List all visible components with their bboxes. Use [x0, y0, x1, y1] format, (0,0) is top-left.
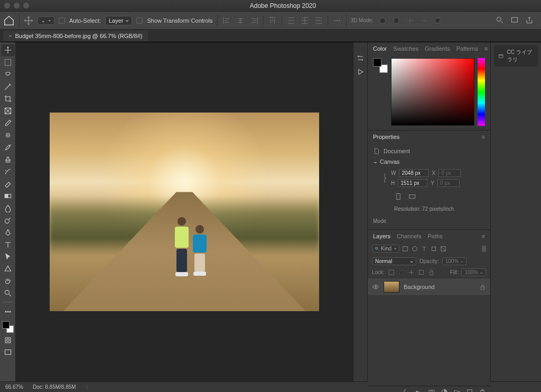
layer-name[interactable]: Background	[404, 284, 435, 290]
panel-menu-icon[interactable]: ≡	[484, 45, 488, 52]
eyedropper-tool[interactable]	[1, 117, 15, 129]
home-icon[interactable]	[3, 15, 15, 26]
move-tool-icon[interactable]	[24, 16, 33, 25]
more-align-icon[interactable]	[332, 16, 342, 25]
color-panel-fgbg[interactable]	[373, 58, 388, 73]
distribute-top-icon[interactable]	[286, 16, 296, 25]
document-canvas[interactable]	[50, 113, 319, 311]
orientation-portrait-icon[interactable]	[394, 192, 403, 201]
adjustment-layer-icon[interactable]	[441, 388, 448, 392]
filter-shape-icon[interactable]	[430, 245, 437, 253]
chevron-down-icon[interactable]: ⌄	[373, 158, 378, 165]
filter-smart-icon[interactable]	[440, 245, 447, 253]
zoom-window-icon[interactable]	[23, 3, 29, 8]
hue-slider[interactable]	[478, 58, 485, 126]
orientation-landscape-icon[interactable]	[408, 192, 416, 201]
history-panel-icon[interactable]	[356, 54, 365, 63]
tool-mode-dd[interactable]: ⌄	[38, 16, 54, 25]
dodge-tool[interactable]	[1, 214, 15, 226]
width-input[interactable]	[399, 169, 428, 177]
eraser-tool[interactable]	[1, 178, 15, 190]
delete-layer-icon[interactable]	[479, 388, 486, 392]
lock-all-icon[interactable]	[428, 269, 435, 276]
filter-pixel-icon[interactable]	[402, 245, 409, 253]
healing-tool[interactable]	[1, 129, 15, 141]
filter-adjust-icon[interactable]	[411, 245, 418, 253]
type-tool[interactable]	[1, 239, 15, 250]
group-icon[interactable]	[453, 388, 461, 392]
align-left-icon[interactable]	[222, 16, 231, 25]
auto-select-checkbox[interactable]	[59, 17, 65, 24]
x-input[interactable]	[439, 169, 461, 177]
path-select-tool[interactable]	[1, 251, 15, 263]
panel-menu-icon[interactable]: ≡	[482, 134, 485, 140]
tab-color[interactable]: Color	[373, 45, 387, 52]
tab-gradients[interactable]: Gradients	[425, 45, 450, 52]
actions-panel-icon[interactable]	[356, 68, 365, 77]
align-center-h-icon[interactable]	[236, 16, 245, 25]
minimize-window-icon[interactable]	[14, 3, 20, 8]
zoom-tool[interactable]	[1, 287, 15, 299]
history-brush-tool[interactable]	[1, 166, 15, 178]
link-icon[interactable]	[381, 171, 388, 185]
blur-tool[interactable]	[1, 202, 15, 214]
status-menu-icon[interactable]: 〉	[86, 384, 91, 391]
y-input[interactable]	[437, 179, 460, 187]
screen-mode-icon[interactable]	[510, 16, 519, 25]
zoom-level[interactable]: 66.67%	[5, 384, 23, 390]
search-icon[interactable]	[496, 16, 504, 25]
tab-patterns[interactable]: Patterns	[456, 45, 478, 52]
marquee-tool[interactable]	[1, 57, 15, 68]
cc-libraries-tab[interactable]: CC ライブラリ	[494, 45, 538, 67]
opacity-input[interactable]: 100%	[442, 257, 467, 265]
filter-type-icon[interactable]	[421, 245, 428, 253]
window-controls[interactable]	[4, 3, 29, 8]
hand-tool[interactable]	[1, 275, 15, 287]
shape-tool[interactable]	[1, 263, 15, 275]
tab-swatches[interactable]: Swatches	[393, 45, 418, 52]
share-icon[interactable]	[525, 16, 534, 25]
layer-thumbnail[interactable]	[384, 281, 399, 293]
fill-input[interactable]: 100%	[461, 268, 486, 276]
lock-artboard-icon[interactable]	[418, 269, 425, 276]
pen-tool[interactable]	[1, 227, 15, 238]
panel-menu-icon[interactable]: ≡	[482, 233, 485, 239]
align-right-icon[interactable]	[249, 16, 259, 25]
tab-channels[interactable]: Channels	[397, 233, 421, 239]
edit-toolbar-icon[interactable]	[1, 306, 15, 318]
show-transform-checkbox[interactable]	[136, 17, 143, 24]
tab-properties[interactable]: Properties	[373, 134, 399, 140]
foreground-background-colors[interactable]	[1, 320, 15, 334]
crop-tool[interactable]	[1, 93, 15, 105]
color-field[interactable]	[391, 58, 474, 126]
foreground-color-swatch[interactable]	[2, 321, 10, 329]
tab-layers[interactable]: Layers	[373, 233, 390, 239]
blend-mode-dd[interactable]: Normal	[372, 257, 416, 265]
canvas-area[interactable]	[16, 42, 353, 381]
lasso-tool[interactable]	[1, 69, 15, 80]
frame-tool[interactable]	[1, 105, 15, 117]
lock-paint-icon[interactable]	[398, 269, 405, 276]
brush-tool[interactable]	[1, 142, 15, 153]
screenmode-tool-icon[interactable]	[1, 347, 15, 358]
align-top-icon[interactable]	[268, 16, 277, 25]
filter-toggle[interactable]	[482, 246, 486, 252]
close-tab-icon[interactable]: ×	[8, 33, 12, 39]
layer-row[interactable]: Background	[368, 278, 490, 296]
gradient-tool[interactable]	[1, 190, 15, 202]
layer-fx-icon[interactable]: fx	[415, 388, 423, 392]
link-layers-icon[interactable]	[403, 388, 410, 392]
lock-icon[interactable]	[479, 284, 486, 291]
stamp-tool[interactable]	[1, 154, 15, 165]
distribute-bottom-icon[interactable]	[314, 16, 323, 25]
height-input[interactable]	[398, 179, 427, 187]
new-layer-icon[interactable]	[466, 388, 473, 392]
distribute-center-v-icon[interactable]	[300, 16, 310, 25]
document-tab[interactable]: × Budget 35mm-800-before.jpg @ 66.7% (RG…	[3, 31, 148, 41]
quickmask-icon[interactable]	[1, 334, 15, 346]
visibility-eye-icon[interactable]	[372, 283, 379, 291]
wand-tool[interactable]	[1, 81, 15, 92]
auto-select-type-dd[interactable]: Layer	[105, 16, 133, 25]
layer-mask-icon[interactable]	[428, 388, 435, 392]
lock-position-icon[interactable]	[408, 269, 415, 276]
